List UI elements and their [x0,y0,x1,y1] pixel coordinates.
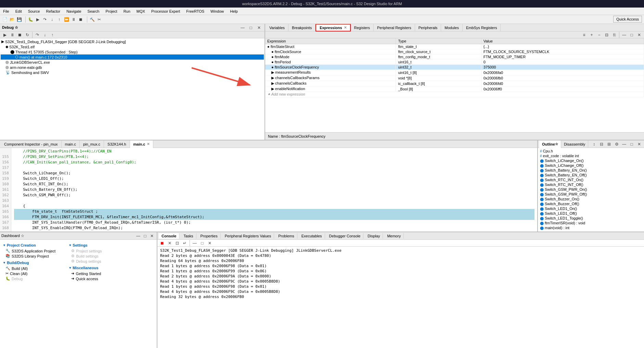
outline-toolbar-btn1[interactable]: ↕ [591,141,597,148]
outline-item[interactable]: ⬤Switch_Buzzer_Off() [539,201,643,206]
dashboard-link[interactable]: ➜Getting Started [68,271,104,276]
menu-item-navigate[interactable]: Navigate [65,9,83,14]
toolbar-step-over-btn[interactable]: ↷ [41,16,48,23]
outline-item[interactable]: ⬤Switch_RTC_INT_On() [539,177,643,182]
debug-toolbar-btn5[interactable]: ↷ [34,32,41,38]
console-close[interactable]: ✕ [206,240,213,247]
menu-item-project[interactable]: Project [104,9,119,14]
toolbar-open-btn[interactable]: 📂 [9,16,15,23]
table-row[interactable]: ● ftmClockSourceftm_clock_source_tFTM_CL… [265,49,644,54]
menu-item-window[interactable]: Window [209,9,226,14]
expressions-area[interactable]: Expression Type Value ● ftmStateStructft… [265,38,644,132]
table-row[interactable]: ✦ Add new expression [265,92,644,97]
menu-item-refactor[interactable]: Refactor [44,9,62,14]
toolbar-run-btn[interactable]: ▶ [34,16,41,23]
console-tab-display[interactable]: Display [365,233,383,239]
dashboard-link[interactable]: ➜Quick access [68,276,104,281]
outline-item[interactable]: ⬤Switch_Battery_EN_Off() [539,173,643,177]
editor-tab-main-c[interactable]: main.c✕ [130,140,154,148]
code-content[interactable]: //PINS_DRV_ClearPins(PTB,1<<4);//CAN_EN … [11,148,537,232]
menu-item-mqx[interactable]: MQX [135,9,147,14]
expr-toolbar-btn3[interactable]: − [596,32,603,38]
debug-toolbar-btn2[interactable]: ⏸ [9,32,16,38]
console-tab-executables[interactable]: Executables [299,233,325,239]
outline-tab-outline[interactable]: Outline ☆ [539,140,561,148]
outline-close[interactable]: ✕ [636,141,643,148]
table-row[interactable]: ● ftmSourceClockFrequencyuint32_t375000 [265,65,644,70]
toolbar-debug-btn[interactable]: 🐛 [27,16,34,23]
toolbar-save-btn[interactable]: 💾 [16,16,23,23]
table-row[interactable]: ▶ measurementResultsuint16_t [8]0x20006f… [265,70,644,75]
outline-tab-disassembly[interactable]: Disassembly [561,140,588,148]
quick-access-button[interactable]: Quick Access [613,16,642,23]
dashboard-link[interactable]: ✂Clean (All) [3,271,58,276]
outline-item[interactable]: #Cpu.h [539,149,643,153]
tab-peripheral-registers[interactable]: Peripheral Registers [374,24,415,32]
dashboard-maximize[interactable]: □ [142,233,149,239]
outline-item[interactable]: ⬤Switch_LiChaege_On() [539,158,643,163]
add-new-expression[interactable]: ✦ Add new expression [265,92,644,97]
dashboard-close[interactable]: ✕ [149,233,155,239]
expr-toolbar-btn2[interactable]: + [588,32,595,38]
tree-item[interactable]: 📡Semihosting and SWV [1,70,264,75]
debug-toolbar-btn7[interactable]: ↑ [49,32,56,38]
tree-item[interactable]: ◆S32K_Test1.elf [1,44,264,49]
tab-expressions[interactable]: Expressions✕ [315,24,350,32]
debug-toolbar-btn4[interactable]: ↻ [24,32,31,38]
editor-tab-close-icon[interactable]: ✕ [147,142,150,146]
dashboard-link[interactable]: 🔧S32DS Application Project [3,248,58,253]
table-row[interactable]: ▶ enableNotification_Bool [8]0x20006ff0 [265,86,644,92]
menu-item-help[interactable]: Help [228,9,240,14]
outline-item[interactable]: ⬤Switch_LED1_Off() [539,211,643,216]
tab-breakpoints[interactable]: Breakpoints [288,24,315,32]
outline-item[interactable]: ⬤Switch_RTC_INT_Off() [539,182,643,187]
outline-item[interactable]: ⬤main(void) : int [539,225,643,230]
tree-item[interactable]: ◎JLinkGDBServerCL.exe [1,60,264,65]
editor-tab-pin_mux-c[interactable]: pin_mux.c [80,140,104,148]
debug-toolbar-btn3[interactable]: ⏹ [16,32,23,38]
outline-item[interactable]: ⬤ftmTimerISR(void) : void [539,221,643,225]
expr-toolbar-btn1[interactable]: ≡ [581,32,588,38]
tree-item[interactable]: ▶S32K_Test1_Debug_FLASH_Segger [GDB SEGG… [1,39,264,44]
toolbar-build-btn[interactable]: 🔨 [89,16,95,23]
toolbar-step-return-btn[interactable]: ↑ [56,16,63,23]
dashboard-minimize[interactable]: — [135,233,142,239]
toolbar-suspend-btn[interactable]: ⏸ [70,16,77,23]
table-row[interactable]: ▶ channelsCallbacksParamsvoid *[8]0x2000… [265,75,644,81]
expr-maximize[interactable]: □ [628,32,635,38]
outline-item[interactable]: ⬤Switch_Buzzer_On() [539,197,643,201]
tab-embsys-registers[interactable]: EmbSys Registers [463,24,501,32]
tab-modules[interactable]: Modules [441,24,463,32]
expr-toolbar-collapse-all[interactable]: ⊟ [603,32,610,38]
menu-item-freertos[interactable]: FreeRTOS [184,9,206,14]
table-row[interactable]: ● ftmModeftm_config_mode_tFTM_MODE_UP_TI… [265,54,644,60]
table-row[interactable]: ▶ channelsCallbacksic_callback_t [8]0x20… [265,81,644,86]
debug-toolbar-btn1[interactable]: ▶ [1,32,8,38]
console-tab-console[interactable]: Console [159,233,179,239]
tree-item[interactable]: ◎arm-none-eabi-gdb [1,65,264,70]
toolbar-stop-btn[interactable]: ⏹ [77,16,84,23]
console-stop-btn[interactable]: ⏹ [159,240,166,247]
menu-item-file[interactable]: File [1,9,11,14]
outline-maximize[interactable]: □ [628,141,635,148]
outline-minimize[interactable]: — [621,141,628,148]
menu-item-search[interactable]: Search [86,9,101,14]
outline-item[interactable]: ⬤Switch_GSM_PWR_Off() [539,192,643,197]
menu-item-edit[interactable]: Edit [14,9,24,14]
console-tab-memory[interactable]: Memory [384,233,404,239]
table-row[interactable]: ● ftmPerioduint16_t0 [265,60,644,65]
toolbar-resume-btn[interactable]: ⏩ [63,16,70,23]
dashboard-link[interactable]: 🔨Build (All) [3,266,58,271]
console-word-wrap-btn[interactable]: ↵ [181,240,188,247]
debug-panel-close[interactable]: ✕ [256,24,262,31]
console-clear-btn[interactable]: ✕ [166,240,173,247]
console-tab-debugger-console[interactable]: Debugger Console [326,233,364,239]
console-minimize[interactable]: — [191,240,198,247]
menu-item-processor expert[interactable]: Processor Expert [150,9,182,14]
tab-peripherals[interactable]: Peripherals [415,24,441,32]
debug-toolbar-btn6[interactable]: ↓ [41,32,48,38]
expr-toolbar-copy[interactable]: ⎘ [611,32,618,38]
outline-toolbar-btn2[interactable]: ⊟ [598,141,605,148]
expr-minimize[interactable]: — [621,32,628,38]
table-row[interactable]: ● ftmStateStructftm_state_t{...} [265,44,644,49]
